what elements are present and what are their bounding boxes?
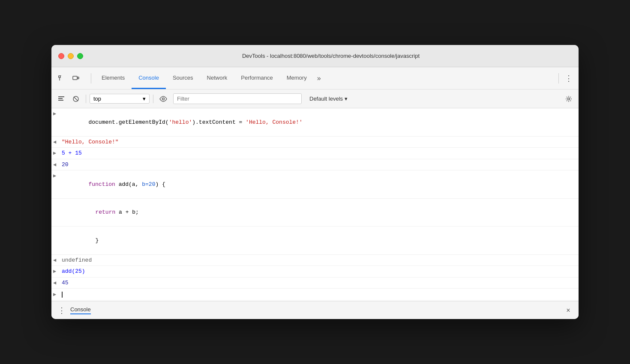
console-line-5-close: ▶ } [51,227,579,255]
minimize-button[interactable] [68,53,74,59]
bottom-menu-button[interactable]: ⋮ [57,305,67,316]
tab-divider [91,73,91,84]
svg-line-6 [74,97,78,101]
console-line-7: ▶ add(25) [51,266,579,277]
console-output: ▶ document.getElementById('hello').textC… [51,108,579,301]
inspect-element-button[interactable] [55,72,68,85]
input-arrow: ▶ [53,290,62,298]
arrow-left-2: ◀ [53,138,62,146]
toolbar-divider-2 [153,95,153,103]
console-text-2: "Hello, Console!" [62,138,575,146]
console-line-6: ◀ undefined [51,255,579,266]
console-text-5r: return a + b; [62,200,575,225]
console-cursor [62,292,63,298]
console-line-5-return: ▶ return a + b; [51,199,579,227]
devtools-menu-button[interactable]: ⋮ [562,72,575,85]
svg-rect-2 [58,96,64,97]
arrow-right-1: ▶ [53,110,62,118]
arrow-left-8: ◀ [53,279,62,287]
svg-rect-3 [58,98,63,99]
close-button[interactable] [58,53,64,59]
console-text-5: function add(a, b=20) { [62,172,575,197]
console-text-5c: } [62,228,575,253]
svg-rect-1 [78,77,79,79]
console-text-3: 5 + 15 [62,149,575,158]
arrow-left-4: ◀ [53,161,62,169]
device-toolbar-button[interactable] [69,72,82,85]
console-line-8: ◀ 45 [51,277,579,289]
console-text-4: 20 [62,161,575,169]
devtools-window: DevTools - localhost:8080/web/tools/chro… [51,45,579,319]
console-text-1: document.getElementById('hello').textCon… [62,110,575,135]
tab-icons [55,72,82,85]
tab-sources[interactable]: Sources [166,67,200,89]
tab-network[interactable]: Network [200,67,234,89]
console-text-7: add(25) [62,267,575,276]
arrow-empty-5r: ▶ [53,200,62,208]
bottom-close-button[interactable]: × [563,305,573,316]
tab-elements[interactable]: Elements [95,67,132,89]
console-input-line[interactable]: ▶ [51,289,579,301]
tab-console[interactable]: Console [132,67,166,89]
filter-input[interactable] [174,94,301,104]
arrow-right-5: ▶ [53,172,62,180]
arrow-empty-5c: ▶ [53,228,62,236]
console-toolbar: top ▾ Default levels ▾ [51,90,579,108]
maximize-button[interactable] [77,53,83,59]
traffic-lights [58,53,83,59]
window-title: DevTools - localhost:8080/web/tools/chro… [90,53,572,59]
svg-point-7 [162,98,165,100]
console-line-5: ▶ function add(a, b=20) { [51,170,579,199]
console-line-3: ▶ 5 + 15 [51,148,579,159]
bottom-console-label: Console [70,306,91,314]
console-text-8: 45 [62,279,575,287]
live-expression-button[interactable] [157,92,170,105]
arrow-left-6: ◀ [53,256,62,264]
more-tabs-button[interactable]: » [314,75,324,82]
svg-rect-0 [73,76,77,80]
title-bar: DevTools - localhost:8080/web/tools/chro… [51,45,579,67]
stop-messages-button[interactable] [69,92,82,105]
tab-memory[interactable]: Memory [280,67,314,89]
clear-console-button[interactable] [55,92,68,105]
svg-point-8 [568,98,570,100]
tab-divider-2 [558,73,559,84]
bottom-bar: ⋮ Console × [51,301,579,319]
console-settings-button[interactable] [562,92,575,105]
console-line-1: ▶ document.getElementById('hello').textC… [51,108,579,137]
arrow-right-3: ▶ [53,149,62,157]
console-line-4: ◀ 20 [51,159,579,171]
svg-rect-4 [58,100,63,101]
tabs-list: Elements Console Sources Network Perform… [95,67,314,89]
arrow-right-7: ▶ [53,267,62,275]
toolbar-divider-1 [86,95,86,103]
execution-context-select[interactable]: top ▾ [90,94,150,104]
console-line-2: ◀ "Hello, Console!" [51,137,579,148]
tabs-bar: Elements Console Sources Network Perform… [51,67,579,90]
tab-performance[interactable]: Performance [234,67,279,89]
console-text-6: undefined [62,256,575,265]
filter-container [173,93,302,104]
log-levels-button[interactable]: Default levels ▾ [305,94,352,104]
